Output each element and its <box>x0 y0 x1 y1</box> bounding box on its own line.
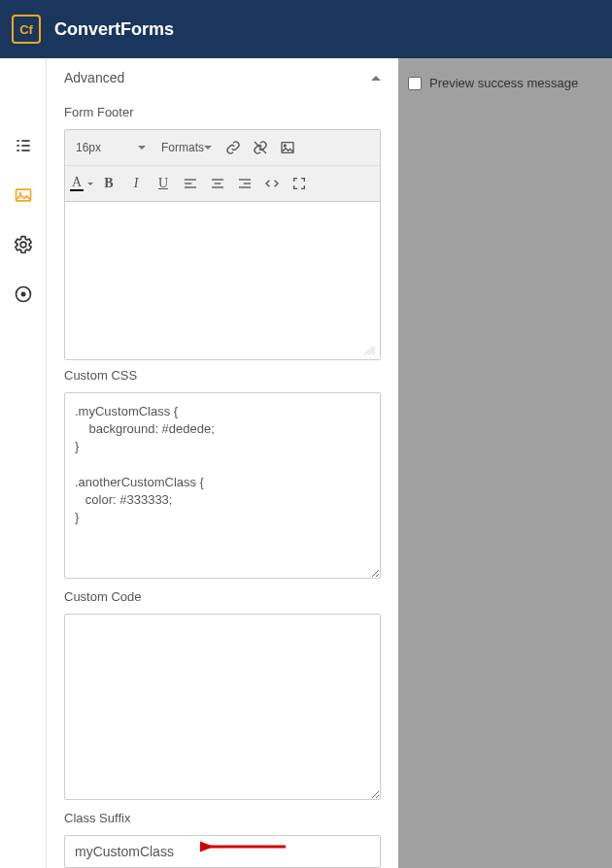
custom-css-label: Custom CSS <box>64 368 381 383</box>
image-button[interactable] <box>275 136 300 159</box>
rail-submit-icon[interactable] <box>14 284 33 307</box>
form-footer-label: Form Footer <box>64 105 381 119</box>
underline-button[interactable]: U <box>151 172 176 195</box>
rich-text-editor: 16px Formats <box>64 129 381 360</box>
rail-design-icon[interactable] <box>14 185 33 208</box>
custom-code-label: Custom Code <box>64 589 381 604</box>
class-suffix-label: Class Suffix <box>64 811 381 825</box>
rail-fields-icon[interactable] <box>14 136 33 158</box>
preview-success-checkbox[interactable] <box>408 77 422 90</box>
italic-button[interactable]: I <box>123 172 149 195</box>
text-color-button[interactable]: A <box>69 172 94 195</box>
preview-column: Preview success message <box>398 58 612 868</box>
align-left-button[interactable] <box>178 172 203 195</box>
bold-button[interactable]: B <box>96 172 121 195</box>
link-button[interactable] <box>221 136 246 159</box>
brand-name: ConvertForms <box>54 19 174 40</box>
editor-content[interactable] <box>65 202 380 359</box>
preview-success-toggle[interactable]: Preview success message <box>408 76 602 90</box>
top-bar: Cf ConvertForms <box>0 0 612 58</box>
font-size-select[interactable]: 16px <box>69 137 153 158</box>
align-right-button[interactable] <box>232 172 257 195</box>
formats-select[interactable]: Formats <box>154 137 219 158</box>
code-button[interactable] <box>259 172 285 195</box>
left-rail <box>0 58 47 868</box>
preview-success-label: Preview success message <box>429 76 578 90</box>
custom-css-input[interactable] <box>64 392 381 579</box>
accordion-advanced[interactable]: Advanced <box>47 58 398 97</box>
editor-toolbar: 16px Formats <box>65 130 380 202</box>
align-center-button[interactable] <box>205 172 230 195</box>
accordion-title: Advanced <box>64 70 124 85</box>
chevron-up-icon <box>371 76 381 81</box>
unlink-button[interactable] <box>248 136 273 159</box>
svg-point-12 <box>284 145 286 147</box>
custom-code-input[interactable] <box>64 614 381 800</box>
logo: Cf <box>12 15 41 44</box>
svg-point-9 <box>20 292 25 297</box>
rail-settings-icon[interactable] <box>14 235 33 257</box>
svg-rect-6 <box>16 189 30 201</box>
fullscreen-button[interactable] <box>287 172 312 195</box>
resize-handle-icon[interactable] <box>362 346 376 355</box>
class-suffix-input[interactable] <box>64 835 381 868</box>
